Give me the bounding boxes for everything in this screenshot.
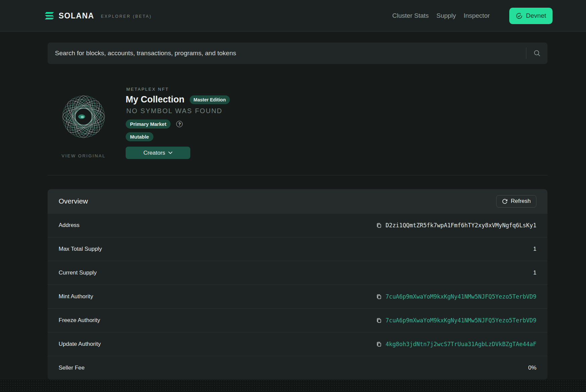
- nft-image: [61, 90, 106, 143]
- row-label: Max Total Supply: [59, 246, 102, 252]
- row-value: 1: [533, 246, 536, 252]
- overview-card-header: Overview Refresh: [48, 189, 547, 213]
- refresh-button[interactable]: Refresh: [496, 195, 536, 208]
- header: SOLANA EXPLORER (BETA) Cluster Stats Sup…: [0, 0, 586, 32]
- table-row: Freeze Authority 7cuA6p9mXwaYoM9kxKgNy41…: [48, 308, 547, 332]
- row-value: D2zi1QQmtZR5fk7wpA1Fmf6hTY2xy8xVMyNgfq6L…: [376, 222, 536, 229]
- row-value-text: 0%: [528, 365, 536, 371]
- nav-link-cluster-stats[interactable]: Cluster Stats: [392, 12, 429, 19]
- master-edition-badge: Master Edition: [190, 95, 230, 104]
- mutable-badge: Mutable: [126, 132, 153, 141]
- help-icon[interactable]: ?: [176, 121, 183, 127]
- copy-button[interactable]: [376, 317, 382, 323]
- footer-strip: [0, 380, 586, 392]
- row-value: 1: [533, 269, 536, 276]
- row-value: 7cuA6p9mXwaYoM9kxKgNy41NMw5NJFQ5Yezo5Ter…: [376, 293, 536, 300]
- metaplex-nft-kicker: METAPLEX NFT: [126, 87, 169, 92]
- brand-text: SOLANA: [59, 11, 94, 20]
- row-value-text: 1: [533, 269, 536, 276]
- explorer-beta-label: EXPLORER (BETA): [101, 13, 152, 19]
- overview-table: Address D2zi1QQmtZR5fk7wpA1Fmf6hTY2xy8xV…: [48, 213, 547, 380]
- address-link[interactable]: 7cuA6p9mXwaYoM9kxKgNy41NMw5NJFQ5Yezo5Ter…: [386, 293, 536, 300]
- row-label: Current Supply: [59, 269, 96, 276]
- copy-button[interactable]: [376, 294, 382, 300]
- address-link[interactable]: 4kg8oh3jdNtn7j2wcS7TrUua31AgbLzDVkBZgTAe…: [386, 341, 536, 347]
- refresh-label: Refresh: [511, 198, 531, 205]
- table-row: Mint Authority 7cuA6p9mXwaYoM9kxKgNy41NM…: [48, 285, 547, 308]
- solana-explorer-page: SOLANA EXPLORER (BETA) Cluster Stats Sup…: [0, 0, 586, 392]
- refresh-icon: [502, 199, 508, 204]
- symbol-note: NO SYMBOL WAS FOUND: [126, 107, 222, 115]
- overview-card: Overview Refresh Address D2zi1QQmtZR5fk7…: [48, 189, 547, 380]
- copy-icon: [376, 222, 382, 228]
- search-divider: [526, 48, 526, 59]
- check-circle-icon: [516, 12, 523, 19]
- nav-link-inspector[interactable]: Inspector: [464, 12, 490, 19]
- creators-label: Creators: [143, 150, 165, 156]
- table-row: Seller Fee 0%: [48, 356, 547, 380]
- row-label: Address: [59, 222, 79, 229]
- search-input[interactable]: [54, 49, 523, 57]
- main-nav: Cluster Stats Supply Inspector: [392, 12, 490, 19]
- address-link[interactable]: 7cuA6p9mXwaYoM9kxKgNy41NMw5NJFQ5Yezo5Ter…: [386, 317, 536, 324]
- search-bar: [48, 43, 547, 64]
- table-row: Max Total Supply 1: [48, 237, 547, 261]
- solana-mark-icon: [45, 12, 54, 19]
- row-label: Freeze Authority: [59, 317, 100, 324]
- row-value-text: D2zi1QQmtZR5fk7wpA1Fmf6hTY2xy8xVMyNgfq6L…: [386, 222, 536, 229]
- copy-icon: [376, 317, 382, 323]
- table-row: Update Authority 4kg8oh3jdNtn7j2wcS7TrUu…: [48, 332, 547, 356]
- nft-title: My Collection: [126, 94, 185, 105]
- table-row: Address D2zi1QQmtZR5fk7wpA1Fmf6hTY2xy8xV…: [48, 213, 547, 237]
- section-divider: [48, 175, 547, 175]
- row-value-text: 1: [533, 246, 536, 252]
- row-label: Mint Authority: [59, 293, 93, 300]
- row-label: Seller Fee: [59, 365, 84, 371]
- overview-title: Overview: [59, 197, 88, 205]
- primary-market-badge: Primary Market: [126, 120, 171, 129]
- copy-button[interactable]: [376, 341, 382, 347]
- search-button[interactable]: [533, 50, 541, 57]
- solana-logo[interactable]: SOLANA EXPLORER (BETA): [45, 11, 152, 20]
- devnet-label: Devnet: [526, 12, 546, 19]
- row-value: 4kg8oh3jdNtn7j2wcS7TrUua31AgbLzDVkBZgTAe…: [376, 341, 536, 347]
- row-value: 0%: [528, 365, 536, 371]
- nft-title-row: My Collection Master Edition: [126, 94, 230, 105]
- mutable-badge-row: Mutable: [126, 132, 153, 141]
- search-icon: [533, 50, 541, 57]
- nav-link-supply[interactable]: Supply: [437, 12, 456, 19]
- copy-icon: [376, 294, 382, 300]
- copy-button[interactable]: [376, 222, 382, 228]
- chevron-down-icon: [168, 151, 173, 154]
- devnet-button[interactable]: Devnet: [509, 8, 552, 24]
- market-badge-row: Primary Market ?: [126, 120, 183, 129]
- row-label: Update Authority: [59, 341, 101, 347]
- creators-button[interactable]: Creators: [126, 147, 190, 159]
- row-value: 7cuA6p9mXwaYoM9kxKgNy41NMw5NJFQ5Yezo5Ter…: [376, 317, 536, 324]
- copy-icon: [376, 341, 382, 347]
- view-original-link[interactable]: VIEW ORIGINAL: [57, 153, 110, 158]
- table-row: Current Supply 1: [48, 261, 547, 285]
